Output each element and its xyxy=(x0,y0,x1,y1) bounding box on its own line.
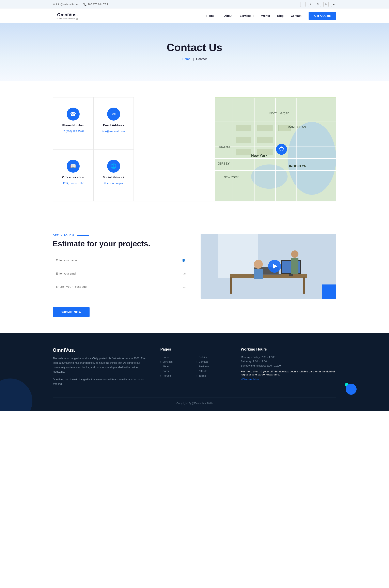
email-input[interactable] xyxy=(53,269,189,278)
email-card-title: Email Address xyxy=(103,123,124,127)
estimate-form-area: Get In Touch Estimate for your projects.… xyxy=(53,234,189,317)
hours-row-1: Monday - Friday: 7:00 - 17:00 xyxy=(241,356,336,359)
social-card: 🌐 Social Network fb.com/example xyxy=(93,149,134,201)
logo: OmniVus. IT Service & Technology xyxy=(53,10,82,22)
footer: OmniVus. The web has changed a lot since… xyxy=(0,333,389,411)
footer-link-contact[interactable]: Contact xyxy=(196,360,228,363)
message-icon: ✏ xyxy=(183,286,186,290)
nav-home[interactable]: Home + xyxy=(206,14,217,17)
phone-icon: 📞 xyxy=(83,3,87,6)
name-field-wrap: 👤 xyxy=(53,256,189,265)
contact-grid: ☎ Phone Number +7 (800) 123 45 69 ✉ Emai… xyxy=(53,97,336,201)
navbar: OmniVus. IT Service & Technology Home + … xyxy=(0,8,389,23)
topbar-phone: 786 875 864 75 7 xyxy=(88,3,108,6)
office-image xyxy=(200,234,336,299)
social-card-value: fb.com/example xyxy=(104,182,123,185)
svg-rect-15 xyxy=(236,137,251,143)
estimate-inner: Get In Touch Estimate for your projects.… xyxy=(53,234,336,317)
email-card-value: info@webmail.com xyxy=(102,130,125,133)
estimate-image-area xyxy=(200,234,336,299)
svg-rect-39 xyxy=(289,274,293,276)
footer-brand-col: OmniVus. The web has changed a lot since… xyxy=(53,347,148,390)
svg-point-40 xyxy=(254,260,263,269)
nav-blog[interactable]: Blog xyxy=(277,14,284,17)
svg-rect-43 xyxy=(291,258,298,274)
hours-note: For more then 30 years, IT Service has b… xyxy=(241,370,336,376)
topbar-left: ✉ info@webmail.com 📞 786 875 864 75 7 xyxy=(53,3,108,6)
location-card: 📖 Office Location 12/A, London, UK xyxy=(53,149,93,201)
svg-rect-13 xyxy=(236,125,251,131)
svg-rect-41 xyxy=(254,269,263,279)
footer-brand-name: OmniVus. xyxy=(53,347,148,353)
map-svg: North Bergen MANHATTAN JERSEY BROOKLYN N… xyxy=(215,97,336,201)
page-title: Contact Us xyxy=(0,41,389,54)
hours-note-bold: For more then 30 years, xyxy=(241,370,270,373)
svg-point-42 xyxy=(291,250,298,258)
phone-card: ☎ Phone Number +7 (800) 123 45 69 xyxy=(53,97,93,149)
logo-name: OmniVus. xyxy=(57,12,78,17)
svg-point-2 xyxy=(251,164,288,189)
contact-cards: ☎ Phone Number +7 (800) 123 45 69 ✉ Emai… xyxy=(53,97,134,201)
social-icons: f t Bk in ▶ xyxy=(300,2,336,7)
social-card-icon: 🌐 xyxy=(107,160,120,173)
hours-row-2: Saturday: 7:00 - 12:00 xyxy=(241,360,336,363)
social-card-title: Social Network xyxy=(103,175,125,179)
map: North Bergen MANHATTAN JERSEY BROOKLYN N… xyxy=(215,97,336,201)
svg-rect-34 xyxy=(303,277,305,294)
footer-link-services[interactable]: Services xyxy=(161,360,193,363)
svg-rect-33 xyxy=(230,277,232,294)
location-card-value: 12/A, London, UK xyxy=(63,182,84,185)
hero-banner: Contact Us Home | Contact xyxy=(0,23,389,81)
get-quote-button[interactable]: Get A Quote xyxy=(309,12,336,20)
phone-card-value: +7 (800) 123 45 69 xyxy=(62,130,84,133)
footer-circle-blue xyxy=(346,384,357,395)
phone-card-icon: ☎ xyxy=(67,108,80,121)
youtube-icon[interactable]: ▶ xyxy=(331,2,336,7)
phone-info: 📞 786 875 864 75 7 xyxy=(83,3,108,6)
svg-rect-16 xyxy=(257,137,272,143)
discover-more-link[interactable]: › Discover More xyxy=(241,378,259,381)
footer-hours-col: Working Hours Monday - Friday: 7:00 - 17… xyxy=(241,347,336,390)
submit-button[interactable]: Submit Now xyxy=(53,307,90,317)
footer-circle-large xyxy=(0,379,32,411)
footer-link-home[interactable]: Home xyxy=(161,356,193,359)
svg-text:JERSEY: JERSEY xyxy=(218,162,229,165)
footer-desc-1: The web has changed a lot since Vitaly p… xyxy=(53,356,148,374)
svg-text:MANHATTAN: MANHATTAN xyxy=(288,125,306,129)
facebook-icon[interactable]: f xyxy=(300,2,306,7)
footer-link-about[interactable]: About xyxy=(161,365,193,368)
footer-pages-title: Pages xyxy=(161,347,229,352)
nav-about[interactable]: About xyxy=(224,14,232,17)
footer-grid: OmniVus. The web has changed a lot since… xyxy=(53,347,336,390)
location-card-title: Office Location xyxy=(62,175,84,179)
svg-text:Bayonne: Bayonne xyxy=(219,145,230,148)
linkedin-icon[interactable]: in xyxy=(323,2,329,7)
footer-link-details[interactable]: Details xyxy=(196,356,228,359)
nav-works[interactable]: Works xyxy=(261,14,270,17)
name-input[interactable] xyxy=(53,256,189,265)
top-bar: ✉ info@webmail.com 📞 786 875 864 75 7 f … xyxy=(0,0,389,8)
svg-text:New York: New York xyxy=(251,154,268,158)
nav-contact[interactable]: Contact xyxy=(291,14,301,17)
breadcrumb-current: Contact xyxy=(196,57,207,61)
contact-section: ☎ Phone Number +7 (800) 123 45 69 ✉ Emai… xyxy=(0,81,389,218)
footer-link-career[interactable]: Career xyxy=(161,370,193,373)
footer-links: Home Details Services Contact About Busi… xyxy=(161,356,229,377)
footer-link-terms[interactable]: Terms xyxy=(196,374,228,377)
hours-row-3: Sunday and holidays: 8:00 - 10:00 xyxy=(241,364,336,367)
breadcrumb: Home | Contact xyxy=(0,57,389,61)
footer-link-business[interactable]: Business xyxy=(196,365,228,368)
section-tag: Get In Touch xyxy=(53,234,189,237)
nav-links: Home + About Services + Works Blog Conta… xyxy=(206,12,336,20)
tag-line xyxy=(77,235,89,236)
message-input[interactable] xyxy=(53,282,189,301)
footer-link-refund[interactable]: Refund xyxy=(161,374,193,377)
footer-link-affiliate[interactable]: Affiliate xyxy=(196,370,228,373)
nav-services[interactable]: Services + xyxy=(240,14,254,17)
footer-desc-2: One thing that hasn't changed is that we… xyxy=(53,377,148,386)
email-info: ✉ info@webmail.com xyxy=(53,3,78,6)
twitter-icon[interactable]: t xyxy=(308,2,313,7)
breadcrumb-home[interactable]: Home xyxy=(182,57,191,61)
topbar-email: info@webmail.com xyxy=(56,3,78,6)
blogger-icon[interactable]: Bk xyxy=(316,2,321,7)
